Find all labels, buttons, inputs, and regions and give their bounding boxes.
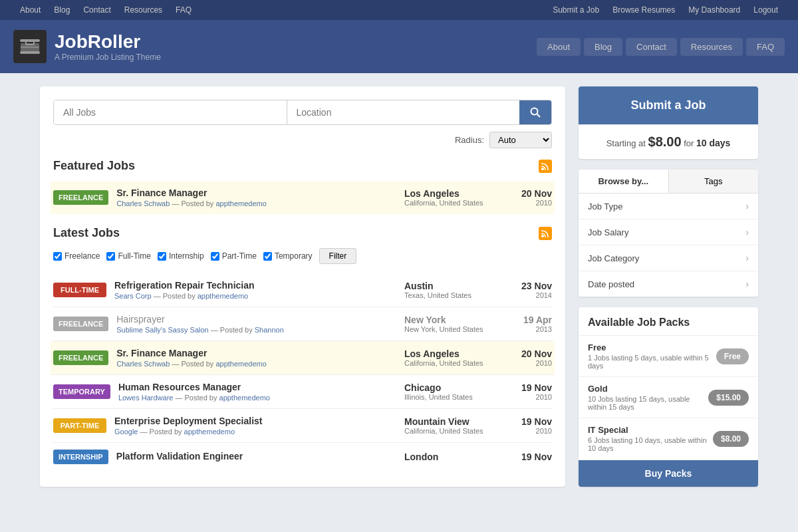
- topbar-logout[interactable]: Logout: [747, 0, 785, 20]
- job-meta: Sublime Sally's Sassy Salon — Posted by …: [116, 326, 396, 334]
- filter-row: Freelance Full-Time Internship Part-Time…: [53, 248, 552, 264]
- price-days: 10 days: [696, 138, 730, 148]
- job-city: Chicago: [404, 382, 497, 393]
- job-date-year: 2010: [505, 393, 552, 401]
- filter-freelance[interactable]: Freelance: [53, 251, 100, 261]
- topbar-submit-job[interactable]: Submit a Job: [546, 0, 606, 20]
- tab-tags[interactable]: Tags: [669, 170, 759, 193]
- pack-price[interactable]: $8.00: [713, 431, 749, 447]
- topbar-faq[interactable]: FAQ: [169, 0, 198, 20]
- job-packs-card: Available Job Packs Free 1 Jobs lasting …: [579, 307, 758, 487]
- filter-fulltime[interactable]: Full-Time: [106, 251, 151, 261]
- featured-jobs-title: Featured Jobs: [53, 159, 135, 173]
- search-button[interactable]: [519, 100, 551, 124]
- job-date-day: 19 Nov: [505, 452, 552, 462]
- radius-select[interactable]: Auto 10 miles 25 miles 50 miles 100 mile…: [489, 132, 552, 148]
- poster-link[interactable]: Shannon: [255, 326, 284, 334]
- checkbox-freelance[interactable]: [53, 252, 62, 261]
- job-date: 20 Nov 2010: [505, 348, 552, 367]
- latest-job-item[interactable]: Internship Platform Validation Engineer …: [53, 443, 552, 471]
- job-meta: Google — Posted by appthemedemo: [114, 428, 396, 436]
- nav-contact[interactable]: Contact: [626, 38, 677, 56]
- svg-rect-2: [21, 47, 39, 48]
- svg-point-5: [541, 168, 544, 170]
- sidebar: Submit a Job Starting at $8.00 for 10 da…: [579, 86, 758, 487]
- topbar-blog[interactable]: Blog: [47, 0, 76, 20]
- nav-resources[interactable]: Resources: [680, 38, 743, 56]
- chevron-right-icon: ›: [745, 253, 749, 263]
- nav-blog[interactable]: Blog: [584, 38, 622, 56]
- job-title: Enterprise Deployment Specialist: [114, 416, 396, 426]
- job-meta: Lowes Hardware — Posted by appthemedemo: [118, 394, 396, 402]
- topbar-my-dashboard[interactable]: My Dashboard: [682, 0, 747, 20]
- company-link[interactable]: Sublime Sally's Sassy Salon: [116, 326, 208, 334]
- latest-job-item[interactable]: Temporary Human Resources Manager Lowes …: [53, 375, 552, 409]
- job-region: New York, United States: [404, 325, 497, 333]
- buy-packs-button[interactable]: Buy Packs: [579, 460, 758, 487]
- job-region: California, United States: [404, 359, 497, 367]
- job-date-year: 2010: [505, 427, 552, 435]
- job-info: Hairsprayer Sublime Sally's Sassy Salon …: [116, 314, 396, 334]
- latest-rss-icon[interactable]: [539, 227, 552, 240]
- filter-parttime[interactable]: Part-Time: [211, 251, 257, 261]
- checkbox-fulltime[interactable]: [106, 252, 115, 261]
- pack-price[interactable]: Free: [716, 348, 749, 364]
- checkbox-temporary[interactable]: [263, 252, 272, 261]
- topbar-about[interactable]: About: [13, 0, 47, 20]
- nav-about[interactable]: About: [537, 38, 581, 56]
- tab-browse-by[interactable]: Browse by...: [579, 170, 669, 193]
- location-input[interactable]: [287, 100, 520, 124]
- company-link[interactable]: Lowes Hardware: [118, 394, 174, 402]
- topbar-browse-resumes[interactable]: Browse Resumes: [606, 0, 682, 20]
- poster-link[interactable]: appthemedemo: [215, 360, 266, 368]
- checkbox-parttime[interactable]: [211, 252, 219, 261]
- company-link[interactable]: Charles Schwab: [116, 200, 170, 207]
- filter-internship[interactable]: Internship: [158, 251, 204, 261]
- latest-job-item[interactable]: Part-Time Enterprise Deployment Speciali…: [53, 409, 552, 443]
- submit-job-button[interactable]: Submit a Job: [579, 86, 758, 124]
- latest-job-item[interactable]: Full-Time Refrigeration Repair Technicia…: [53, 273, 552, 307]
- featured-rss-icon[interactable]: [539, 160, 552, 173]
- job-meta: Charles Schwab — Posted by appthemedemo: [116, 360, 396, 368]
- job-location: Mountain View California, United States: [404, 416, 497, 435]
- latest-job-item[interactable]: Freelance Hairsprayer Sublime Sally's Sa…: [53, 307, 552, 341]
- featured-job-item[interactable]: Freelance Sr. Finance Manager Charles Sc…: [51, 181, 555, 214]
- company-link[interactable]: Charles Schwab: [116, 360, 170, 368]
- job-region: California, United States: [404, 199, 497, 207]
- browse-job-category[interactable]: Job Category ›: [579, 245, 758, 271]
- company-link[interactable]: Google: [114, 428, 138, 436]
- job-meta: Charles Schwab — Posted by appthemedemo: [116, 200, 396, 207]
- browse-job-salary[interactable]: Job Salary ›: [579, 219, 758, 245]
- pack-price[interactable]: $15.00: [708, 390, 749, 406]
- nav-faq[interactable]: FAQ: [746, 38, 785, 56]
- filter-button[interactable]: Filter: [319, 248, 357, 264]
- job-badge: Part-Time: [53, 418, 106, 433]
- pack-desc: 6 Jobs lasting 10 days, usable within 10…: [588, 436, 713, 452]
- filter-temporary[interactable]: Temporary: [263, 251, 313, 261]
- topbar-contact[interactable]: Contact: [76, 0, 117, 20]
- browse-job-type[interactable]: Job Type ›: [579, 194, 758, 219]
- poster-link[interactable]: appthemedemo: [219, 394, 270, 402]
- latest-job-item[interactable]: Freelance Sr. Finance Manager Charles Sc…: [51, 341, 555, 375]
- chevron-right-icon: ›: [745, 227, 749, 237]
- radius-label: Radius:: [455, 135, 484, 145]
- svg-line-4: [537, 114, 541, 118]
- checkbox-internship[interactable]: [158, 252, 166, 261]
- content-wrapper: Radius: Auto 10 miles 25 miles 50 miles …: [33, 86, 765, 487]
- job-city: Mountain View: [404, 416, 497, 427]
- logo-text: JobRoller A Premium Job Listing Theme: [55, 31, 161, 62]
- search-input[interactable]: [54, 100, 287, 124]
- browse-date-posted[interactable]: Date posted ›: [579, 271, 758, 297]
- job-location: London: [404, 452, 497, 462]
- poster-link[interactable]: appthemedemo: [184, 428, 235, 436]
- pack-info: Free 1 Jobs lasting 5 days, usable withi…: [588, 342, 716, 370]
- top-bar: About Blog Contact Resources FAQ Submit …: [0, 0, 798, 20]
- poster-link[interactable]: appthemedemo: [215, 200, 266, 207]
- starting-text: Starting at: [606, 138, 646, 148]
- job-region: Illinois, United States: [404, 393, 497, 401]
- topbar-resources[interactable]: Resources: [118, 0, 169, 20]
- poster-link[interactable]: appthemedemo: [198, 292, 248, 300]
- company-link[interactable]: Sears Corp: [114, 292, 152, 300]
- svg-point-3: [531, 108, 538, 115]
- job-info: Platform Validation Engineer: [116, 451, 396, 463]
